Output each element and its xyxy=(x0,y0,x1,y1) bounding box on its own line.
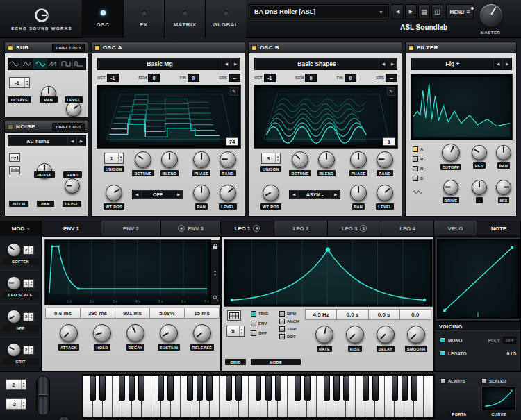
filter-res-knob[interactable] xyxy=(472,145,487,160)
grit-knob[interactable] xyxy=(7,343,21,357)
route-s-checkbox[interactable] xyxy=(413,176,418,181)
legato-checkbox[interactable] xyxy=(440,351,445,356)
tab-env3[interactable]: ENV 3 xyxy=(161,221,221,236)
osc-b-crs-value[interactable]: -- xyxy=(386,74,397,82)
filter-enable-led[interactable] xyxy=(408,45,414,51)
osc-b-fin-value[interactable]: 0 xyxy=(345,74,356,82)
arrow-down-icon[interactable] xyxy=(119,158,122,162)
osc-b-level-knob[interactable] xyxy=(377,185,393,201)
osc-b-unison-stepper[interactable]: 3 xyxy=(261,153,281,164)
release-value[interactable]: 15 ms xyxy=(185,308,220,319)
filter-mix-knob[interactable] xyxy=(496,180,511,195)
off-checkbox[interactable] xyxy=(251,330,256,336)
trig-checkbox[interactable] xyxy=(251,311,256,317)
smooth-value[interactable]: 0.0 xyxy=(400,309,431,320)
piano-black-key[interactable] xyxy=(138,376,144,401)
tab-matrix[interactable]: MATRIX xyxy=(164,0,205,38)
lfo1-display[interactable] xyxy=(224,240,432,306)
piano-white-key[interactable] xyxy=(424,376,433,417)
osc-b-rand-knob[interactable] xyxy=(377,151,393,168)
osc-b-wt-prev-button[interactable] xyxy=(379,58,388,69)
osc-b-detune-knob[interactable] xyxy=(292,151,308,168)
sustain-knob[interactable] xyxy=(160,324,178,342)
anch-checkbox[interactable] xyxy=(279,319,285,324)
smooth-knob[interactable] xyxy=(407,326,425,344)
sub-octave-arrows[interactable] xyxy=(24,78,29,87)
osc-a-wt-prev-button[interactable] xyxy=(222,58,231,69)
sub-wave-square-icon[interactable] xyxy=(60,58,74,69)
soften-knob[interactable] xyxy=(7,243,21,257)
rate-knob[interactable] xyxy=(315,326,333,344)
osc-a-wtpos-knob[interactable] xyxy=(106,185,122,201)
dot-checkbox[interactable] xyxy=(279,334,285,339)
sub-octave-stepper[interactable]: -1 xyxy=(9,77,30,88)
osc-a-edit-icon[interactable] xyxy=(230,87,238,96)
sub-wave-triangle-icon[interactable] xyxy=(22,58,35,69)
hpf-stepper[interactable]: 2 xyxy=(23,312,34,321)
osc-a-warp-next-button[interactable] xyxy=(174,190,183,199)
piano-black-key[interactable] xyxy=(411,376,417,401)
sustain-value[interactable]: 5.08% xyxy=(150,308,185,319)
osc-a-level-knob[interactable] xyxy=(220,185,236,201)
noise-sample-selector[interactable]: AC hum1 xyxy=(8,135,86,146)
osc-a-warp-selector[interactable]: OFF xyxy=(132,190,183,199)
sub-wave-pulse-icon[interactable] xyxy=(73,58,85,69)
filter-response-display[interactable] xyxy=(411,74,512,140)
rise-value[interactable]: 0.0 s xyxy=(337,309,368,320)
rise-knob[interactable] xyxy=(346,326,364,344)
filter-drive-knob[interactable] xyxy=(443,180,458,195)
scroll-icon[interactable] xyxy=(214,269,217,276)
piano-black-key[interactable] xyxy=(324,376,330,401)
delay-value[interactable]: 0.0 s xyxy=(369,309,400,320)
osc-b-wavetable-display[interactable]: 1 xyxy=(254,85,397,148)
arrow-down-icon[interactable] xyxy=(26,83,28,86)
piano-black-key[interactable] xyxy=(363,376,369,401)
tab-osc[interactable]: OSC xyxy=(82,0,123,38)
noise-grain-icon[interactable] xyxy=(9,166,20,174)
tab-global[interactable]: GLOBAL xyxy=(205,0,246,38)
piano-black-key[interactable] xyxy=(119,376,125,401)
osc-a-phase-knob[interactable] xyxy=(193,151,210,168)
preset-selector[interactable]: BA DnB Roller [ASL] xyxy=(249,4,389,19)
noise-direct-out-button[interactable]: DIRECT OUT xyxy=(52,123,85,131)
filter-type-next-button[interactable] xyxy=(502,58,511,69)
sub-wave-saw-icon[interactable] xyxy=(47,58,60,69)
osc-a-frame-value[interactable]: 74 xyxy=(226,137,238,146)
pitch-wheel[interactable] xyxy=(36,376,50,416)
noise-next-button[interactable] xyxy=(76,136,85,146)
piano-black-key[interactable] xyxy=(158,376,164,401)
piano-black-key[interactable] xyxy=(402,376,408,401)
trip-checkbox[interactable] xyxy=(279,326,285,332)
mod-menu-button[interactable]: MOD xyxy=(0,221,42,236)
menu-button[interactable]: MENU xyxy=(446,4,474,19)
osc-a-wt-next-button[interactable] xyxy=(231,58,240,69)
osc-b-wavetable-selector[interactable]: Basic Shapes xyxy=(254,58,397,70)
piano-black-key[interactable] xyxy=(187,376,193,401)
piano-black-key[interactable] xyxy=(235,376,242,401)
arrow-down-icon[interactable] xyxy=(22,404,25,408)
sub-wave-sine-icon[interactable] xyxy=(8,58,22,69)
piano-black-key[interactable] xyxy=(90,376,96,401)
attack-value[interactable]: 0.6 ms xyxy=(45,308,81,319)
piano-black-key[interactable] xyxy=(226,376,232,401)
hpf-knob[interactable] xyxy=(7,310,21,324)
keyboard[interactable] xyxy=(82,374,435,419)
osc-a-crs-value[interactable]: -- xyxy=(229,74,240,82)
tab-lfo1[interactable]: LFO 14 xyxy=(221,221,274,236)
piano-black-key[interactable] xyxy=(295,376,301,401)
preset-prev-button[interactable] xyxy=(392,4,404,19)
osc-a-fin-value[interactable]: 0 xyxy=(188,74,199,82)
zoom-icon[interactable] xyxy=(213,295,218,301)
piano-black-key[interactable] xyxy=(265,376,272,401)
env-checkbox[interactable] xyxy=(251,321,256,326)
route-a-checkbox[interactable] xyxy=(413,146,418,152)
preset-next-button[interactable] xyxy=(405,4,417,19)
noise-oneshot-icon[interactable] xyxy=(9,153,20,162)
tab-env1[interactable]: ENV 1 xyxy=(42,221,101,236)
osc-b-sem-value[interactable]: 0 xyxy=(305,74,317,82)
poly-count-box[interactable]: 16 xyxy=(503,337,516,344)
noise-enable-led[interactable] xyxy=(8,124,13,130)
lfo-grid-stepper[interactable]: 8 xyxy=(226,326,245,337)
osc-a-oct-value[interactable]: -1 xyxy=(107,74,119,82)
note-curve-display[interactable] xyxy=(437,239,520,319)
